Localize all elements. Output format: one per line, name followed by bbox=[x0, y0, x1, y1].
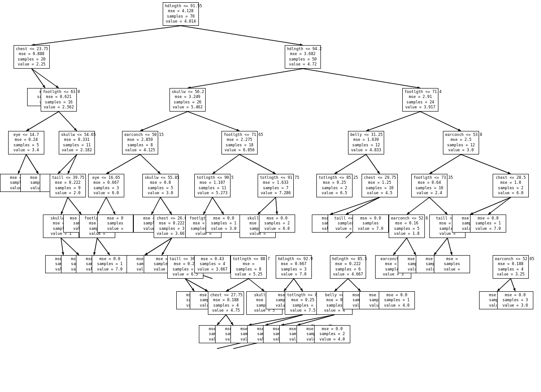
svg-marker-101 bbox=[450, 252, 452, 255]
svg-line-20 bbox=[366, 112, 420, 131]
svg-marker-43 bbox=[377, 171, 380, 174]
tree-node-n12: earconch <= 53.8mse = 2.5samples = 12val… bbox=[443, 131, 479, 154]
tree-node-n9: earconch <= 50.15mse = 2.859samples = 8v… bbox=[122, 131, 158, 154]
tree-node-n10: footlgth <= 71.65mse = 2.275samples = 18… bbox=[221, 131, 258, 154]
svg-marker-51 bbox=[79, 211, 81, 215]
svg-line-70 bbox=[346, 197, 380, 215]
tree-node-n7: eye <= 14.7mse = 0.24samples = 5value = … bbox=[8, 131, 44, 154]
svg-marker-103 bbox=[192, 288, 194, 291]
tree-node-n24: chest <= 28.5mse = 1.0samples = 2value =… bbox=[493, 174, 529, 197]
svg-line-48 bbox=[61, 197, 68, 215]
tree-node-n41: mse = 0.0samples = 1value = 7.0 bbox=[470, 215, 506, 233]
svg-marker-15 bbox=[74, 128, 77, 131]
svg-line-110 bbox=[249, 279, 264, 291]
tree-node-n67: mse = 0.0samples = 1value = 4.0 bbox=[379, 291, 415, 309]
svg-line-132 bbox=[281, 315, 334, 325]
svg-line-18 bbox=[188, 112, 240, 131]
svg-marker-91 bbox=[162, 252, 165, 255]
tree-node-n38: earconch <= 52.6mse = 0.16samples = 5val… bbox=[389, 215, 425, 238]
svg-marker-25 bbox=[18, 171, 20, 174]
svg-line-98 bbox=[434, 238, 447, 255]
svg-line-56 bbox=[151, 197, 160, 215]
svg-line-6 bbox=[32, 69, 59, 88]
svg-line-88 bbox=[145, 238, 172, 255]
svg-marker-31 bbox=[68, 171, 70, 174]
tree-node-n4: footlgth <= 63.0mse = 0.621samples = 16v… bbox=[41, 88, 77, 112]
svg-marker-49 bbox=[61, 211, 63, 215]
svg-line-122 bbox=[511, 279, 515, 291]
svg-marker-85 bbox=[93, 252, 95, 255]
svg-line-12 bbox=[26, 112, 59, 131]
svg-line-116 bbox=[334, 279, 348, 291]
tree-node-root: hdlngth <= 91.55mse = 4.128samples = 70v… bbox=[163, 2, 199, 26]
svg-marker-63 bbox=[221, 211, 224, 215]
svg-marker-27 bbox=[36, 171, 38, 174]
svg-line-2 bbox=[181, 26, 303, 45]
svg-line-4 bbox=[32, 69, 45, 88]
tree-node-n8: skullw <= 54.65mse = 0.331samples = 11va… bbox=[59, 131, 95, 154]
svg-marker-57 bbox=[151, 211, 154, 215]
svg-line-100 bbox=[447, 238, 452, 255]
svg-line-94 bbox=[393, 238, 407, 255]
tree-node-n34: mse = 0.0samples = 2value = 6.0 bbox=[259, 215, 295, 233]
svg-line-62 bbox=[212, 197, 224, 215]
svg-line-130 bbox=[265, 315, 303, 325]
svg-line-46 bbox=[461, 154, 511, 174]
tree-node-n49: mse = 0.43samples = 4value = 3.667 bbox=[194, 255, 231, 273]
svg-line-112 bbox=[284, 279, 294, 291]
svg-line-54 bbox=[106, 197, 115, 215]
svg-marker-61 bbox=[203, 211, 206, 215]
svg-line-96 bbox=[407, 238, 416, 255]
tree-node-n69: mse = 0.0samples = 3value = 3.0 bbox=[497, 291, 533, 309]
svg-line-34 bbox=[140, 154, 160, 174]
svg-line-10 bbox=[303, 69, 420, 88]
tree-node-n37: mse = 0.0samplesvalue = 7.0 bbox=[353, 215, 389, 233]
svg-marker-125 bbox=[217, 322, 220, 325]
tree-node-n21: totlngth <= 85.25mse = 0.25samples = 2va… bbox=[316, 174, 353, 197]
svg-line-50 bbox=[68, 197, 81, 215]
svg-line-16 bbox=[140, 112, 188, 131]
tree-node-n20: totlngth <= 91.75mse = 1.633samples = 7v… bbox=[258, 174, 294, 197]
svg-line-134 bbox=[297, 315, 334, 325]
svg-line-84 bbox=[94, 238, 97, 255]
tree-node-n2: hdlngth <= 94.2mse = 3.682samples = 50va… bbox=[285, 45, 321, 69]
tree-node-n16: taill <= 39.75mse = 0.222samples = 9valu… bbox=[50, 174, 86, 197]
svg-line-72 bbox=[407, 197, 429, 215]
svg-line-66 bbox=[276, 197, 277, 215]
svg-line-24 bbox=[18, 154, 26, 174]
svg-line-108 bbox=[226, 279, 249, 291]
svg-line-38 bbox=[240, 154, 276, 174]
decision-tree-container: hdlngth <= 91.55mse = 4.128samples = 70v… bbox=[0, 0, 541, 392]
tree-node-n11: belly <= 31.25mse = 1.639samples = 12val… bbox=[348, 131, 384, 154]
svg-marker-113 bbox=[284, 288, 287, 291]
tree-node-n23: footlgth <= 73.35mse = 0.64samples = 10v… bbox=[411, 174, 447, 197]
svg-line-76 bbox=[470, 197, 511, 215]
tree-node-n32: mse = 0.0samples = 1value = 3.0 bbox=[206, 215, 242, 233]
tree-node-n52: hdlngth <= 85.5mse = 0.222samples = 6val… bbox=[330, 255, 366, 279]
tree-node-n63: totlngth <= 88.5mse = 0.25samples =value… bbox=[285, 291, 321, 315]
svg-line-0 bbox=[32, 26, 181, 45]
svg-line-90 bbox=[162, 238, 172, 255]
svg-marker-67 bbox=[276, 211, 278, 215]
svg-line-26 bbox=[26, 154, 38, 174]
svg-line-40 bbox=[334, 154, 366, 174]
svg-line-104 bbox=[185, 279, 208, 291]
svg-marker-5 bbox=[42, 85, 45, 88]
svg-marker-55 bbox=[113, 211, 115, 215]
svg-line-22 bbox=[420, 112, 461, 131]
svg-marker-59 bbox=[169, 211, 172, 215]
svg-line-42 bbox=[366, 154, 380, 174]
tree-node-n17: eye <= 16.65mse = 0.667samples = 3value … bbox=[88, 174, 124, 197]
tree-node-n60: chest <= 27.75mse = 0.188samples = 4valu… bbox=[208, 291, 244, 315]
svg-marker-81 bbox=[61, 252, 64, 255]
svg-marker-123 bbox=[513, 288, 515, 291]
svg-line-102 bbox=[185, 279, 194, 291]
svg-line-82 bbox=[61, 238, 79, 255]
svg-line-58 bbox=[160, 197, 172, 215]
svg-line-74 bbox=[429, 197, 447, 215]
svg-marker-99 bbox=[434, 252, 437, 255]
tree-node-n22: chest <= 29.75mse = 1.25samples = 10valu… bbox=[362, 174, 398, 197]
tree-node-n18: skullw <= 55.85mse = 0.8samples = 5value… bbox=[142, 174, 179, 197]
svg-marker-115 bbox=[300, 288, 303, 291]
tree-node-n28: mse = 0samplesvalue = bbox=[97, 215, 133, 233]
